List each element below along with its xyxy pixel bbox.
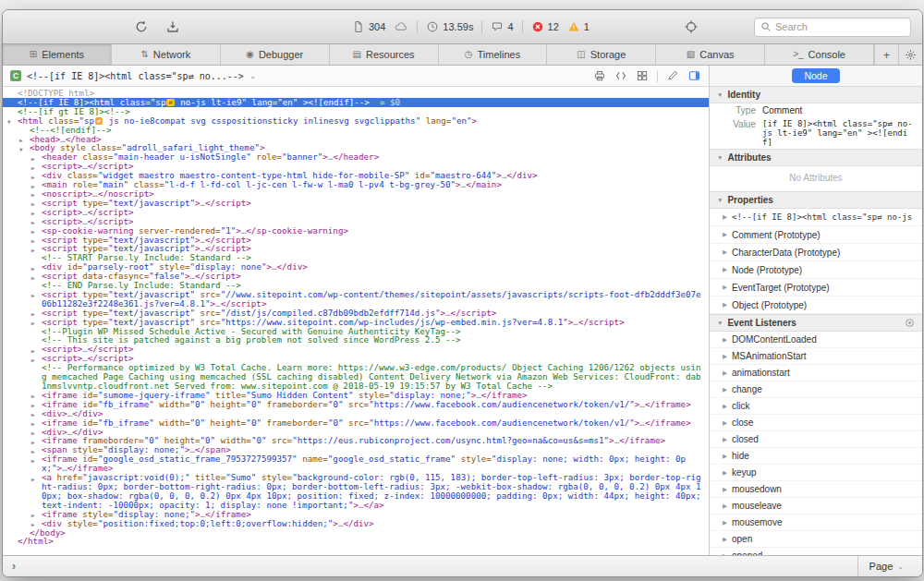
expand-arrow-icon[interactable]: ▶ (723, 419, 727, 427)
property-item[interactable]: ▶Node (Prototype) (710, 261, 922, 279)
dom-tree-line[interactable]: <!--<![endif]--> (3, 126, 709, 135)
event-listener-item[interactable]: ▶open (710, 531, 922, 548)
code-brackets-icon[interactable] (614, 69, 627, 82)
event-listener-item[interactable]: ▶hide (710, 448, 922, 465)
toolbar-divider (522, 20, 523, 33)
expand-arrow-icon[interactable]: ▶ (723, 301, 727, 309)
tab-canvas[interactable]: ▧Canvas (656, 44, 765, 65)
section-title: Properties (727, 195, 772, 205)
dom-tree-line[interactable]: ▶<div style="position:fixed;top:0;left:0… (3, 519, 709, 528)
property-item[interactable]: ▶Comment (Prototype) (710, 226, 922, 244)
expand-arrow-icon[interactable]: ▶ (723, 369, 727, 377)
event-listener-item[interactable]: ▶click (710, 398, 922, 415)
reload-button[interactable] (130, 17, 152, 37)
download-button[interactable] (162, 17, 184, 37)
selected-node-breadcrumb[interactable]: <!--[if IE 8]><html class="sp⇄ no...--> (27, 71, 244, 81)
dom-tree-line[interactable]: </html> (3, 537, 709, 546)
page-selector-label: Page (869, 561, 894, 572)
expand-arrow-icon[interactable]: ▶ (723, 453, 727, 460)
expand-arrow-icon[interactable]: ▶ (723, 336, 727, 344)
dom-tree-line[interactable]: ▶<script type="text/javascript" src="//w… (3, 290, 709, 309)
identity-section-header[interactable]: ▼ Identity (710, 87, 922, 103)
grid-overlay-icon[interactable] (636, 69, 649, 82)
tab-label: Network (153, 49, 190, 60)
console-message-count[interactable]: 4 (491, 20, 513, 33)
tab-elements[interactable]: ⊞Elements (3, 44, 112, 65)
search-input[interactable]: Search (754, 18, 911, 37)
property-item[interactable]: ▶EventTarget (Prototype) (710, 279, 922, 297)
dom-tree-line[interactable]: ▶<iframe id="fb_iframe" width="0" height… (3, 418, 709, 428)
toggle-sidebar-icon[interactable] (687, 69, 701, 82)
event-listener-item[interactable]: ▶keyup (710, 465, 922, 481)
property-item[interactable]: ▶CharacterData (Prototype) (710, 244, 922, 261)
expand-arrow-icon[interactable]: ▶ (723, 486, 727, 493)
chevron-down-icon[interactable]: ⌄ (249, 71, 257, 80)
event-listener-item[interactable]: ▶MSAnimationStart (710, 348, 922, 365)
tab-timelines[interactable]: ◷Timelines (439, 44, 548, 65)
add-tab-button[interactable]: + (874, 44, 898, 65)
expand-arrow-icon[interactable]: ▶ (723, 248, 727, 256)
expand-arrow-icon[interactable]: ▶ (31, 475, 35, 484)
error-count[interactable]: 12 (531, 20, 559, 33)
event-listener-item[interactable]: ▶closed (710, 431, 922, 448)
load-time[interactable]: 13.59s (426, 20, 473, 33)
warning-count[interactable]: 1 (567, 20, 590, 33)
reload-icon (134, 19, 149, 34)
tab-label: Elements (42, 49, 84, 60)
tab-settings-button[interactable] (898, 44, 922, 65)
properties-section-header[interactable]: ▼ Properties (710, 191, 922, 209)
quick-console-icon[interactable]: › (12, 561, 16, 572)
event-listener-item[interactable]: ▶opened (710, 548, 922, 555)
attributes-section-header[interactable]: ▼ Attributes (710, 149, 922, 166)
node-mode-button[interactable]: Node (792, 68, 839, 83)
event-listener-item[interactable]: ▶animationstart (710, 365, 922, 381)
dom-tree-line[interactable]: ▶<a href="javascript:void(0);" title="Su… (3, 473, 709, 510)
cloud-icon[interactable] (394, 19, 408, 34)
expand-arrow-icon[interactable]: ▶ (31, 456, 35, 466)
property-item[interactable]: ▶Object (Prototype) (710, 297, 922, 314)
event-listener-item[interactable]: ▶DOMContentLoaded (710, 332, 922, 348)
listeners-filter-icon[interactable] (905, 318, 915, 328)
tab-storage[interactable]: ◫Storage (547, 44, 656, 65)
identity-type-label: Type (710, 105, 762, 115)
expand-arrow-icon[interactable]: ▶ (723, 436, 727, 443)
expand-arrow-icon[interactable]: ▶ (723, 502, 727, 510)
event-listener-item[interactable]: ▶mousemove (710, 514, 922, 531)
expand-arrow-icon[interactable]: ▶ (723, 519, 727, 527)
expand-arrow-icon[interactable]: ▶ (723, 284, 727, 291)
dom-tree-line[interactable]: <!-- Performance optimized by W3 Total C… (3, 363, 709, 391)
property-label: CharacterData (Prototype) (732, 248, 840, 258)
expand-arrow-icon[interactable]: ▶ (723, 386, 727, 393)
dom-tree-line[interactable]: ▶<iframe id="fb_iframe" width="0" height… (3, 400, 709, 409)
tab-console[interactable]: >_Console (765, 44, 874, 65)
console-message-value: 4 (507, 21, 513, 32)
section-identity: ▼ Identity Type Comment Value [if IE 8]>… (710, 87, 922, 149)
tab-resources[interactable]: ▤Resources (330, 44, 439, 65)
expand-arrow-icon[interactable]: ▶ (723, 353, 727, 360)
event-listener-item[interactable]: ▶close (710, 415, 922, 431)
dom-tree-line[interactable]: </body> (3, 528, 709, 538)
element-picker-button[interactable] (680, 17, 702, 37)
expand-arrow-icon[interactable]: ▶ (723, 266, 727, 273)
event-listener-item[interactable]: ▶change (710, 381, 922, 398)
expand-arrow-icon[interactable]: ▶ (31, 291, 35, 300)
resource-count[interactable]: 304 (352, 20, 385, 33)
tab-debugger[interactable]: ◉Debugger (221, 44, 330, 65)
expand-arrow-icon[interactable]: ▶ (723, 213, 727, 221)
tab-network[interactable]: ⇅Network (112, 44, 221, 65)
event-listener-item[interactable]: ▶mouseleave (710, 498, 922, 514)
expand-arrow-icon[interactable]: ▶ (723, 536, 727, 543)
expand-arrow-icon[interactable]: ▶ (723, 231, 727, 238)
property-item[interactable]: ▶<!--[if IE 8]><html class="sp⇄ no-js lt… (710, 209, 922, 226)
event-listener-label: change (732, 384, 762, 394)
property-label: <!--[if IE 8]><html class="sp⇄ no-js lt-… (732, 212, 915, 222)
page-selector[interactable]: Page ⌄ (857, 556, 922, 576)
brush-icon[interactable] (666, 69, 679, 82)
dom-tree-line[interactable]: ▶<iframe id="google_osd_static_frame_795… (3, 454, 709, 473)
identity-value[interactable]: [if IE 8]><html class="sp⇄ no-js lt-ie9"… (762, 119, 915, 147)
print-styles-icon[interactable] (593, 69, 606, 82)
expand-arrow-icon[interactable]: ▶ (723, 469, 727, 477)
event-listener-item[interactable]: ▶mousedown (710, 481, 922, 498)
event-listeners-section-header[interactable]: ▼ Event Listeners (710, 314, 922, 332)
expand-arrow-icon[interactable]: ▶ (723, 403, 727, 410)
